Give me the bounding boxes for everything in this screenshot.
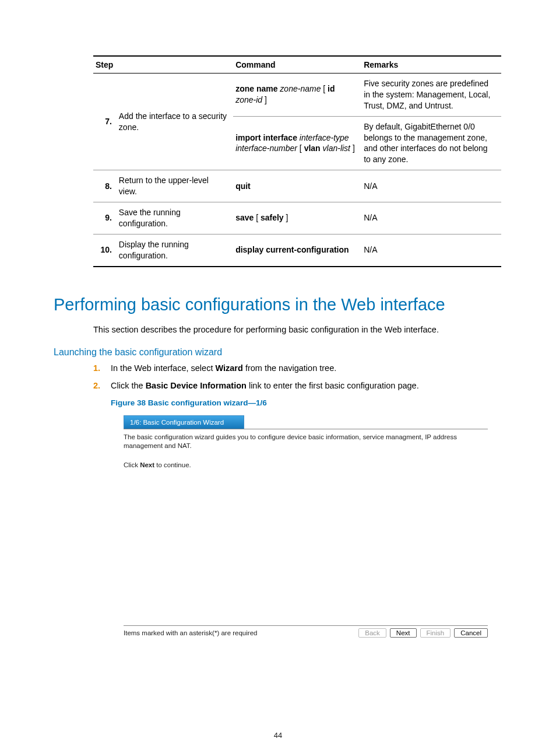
cmd-keyword: save: [235, 213, 254, 222]
step-number: 8.: [93, 170, 117, 202]
remarks-cell: N/A: [361, 170, 501, 202]
required-note: Items marked with an asterisk(*) are req…: [124, 629, 358, 636]
cmd-text: ]: [284, 213, 288, 222]
table-row: 8. Return to the upper-level view. quit …: [93, 170, 501, 202]
remarks-cell: Five security zones are predefined in th…: [361, 74, 501, 117]
cmd-arg: vlan-list: [321, 144, 353, 153]
cmd-arg: zone-name: [277, 84, 323, 93]
step-desc: Display the running configuration.: [117, 234, 233, 266]
cmd-keyword: id: [328, 84, 335, 93]
wizard-buttons: Back Next Finish Cancel: [358, 628, 488, 638]
figure-caption: Figure 38 Basic configuration wizard—1/6: [111, 398, 502, 407]
ordered-list: 1. In the Web interface, select Wizard f…: [93, 363, 502, 390]
command-cell: import interface interface-type interfac…: [233, 116, 361, 170]
table-row: 10. Display the running configuration. d…: [93, 234, 501, 266]
table-row: 9. Save the running configuration. save …: [93, 202, 501, 235]
finish-button: Finish: [420, 628, 451, 638]
list-text: Click the Basic Device Information link …: [111, 381, 419, 390]
remarks-cell: N/A: [361, 234, 501, 266]
step-desc: Return to the upper-level view.: [117, 170, 233, 202]
cmd-arg: zone-id: [235, 95, 265, 104]
wizard-tab[interactable]: 1/6: Basic Configuration Wizard: [124, 415, 244, 429]
wizard-footer: Items marked with an asterisk(*) are req…: [124, 625, 488, 638]
text: Click: [124, 461, 140, 468]
command-cell: display current-configuration: [233, 234, 361, 266]
next-button[interactable]: Next: [390, 628, 417, 638]
page-number: 44: [54, 731, 502, 740]
command-cell: zone name zone-name [ id zone-id ]: [233, 74, 361, 117]
text: to continue.: [154, 461, 191, 468]
step-desc: Save the running configuration.: [117, 202, 233, 235]
text: In the Web interface, select: [111, 363, 215, 373]
intro-text: This section describes the procedure for…: [93, 325, 502, 334]
text-bold: Basic Device Information: [146, 381, 247, 390]
subsection-heading: Launching the basic configuration wizard: [54, 347, 502, 358]
cmd-text: ]: [353, 144, 355, 153]
text: from the navigation tree.: [243, 363, 336, 373]
cmd-keyword: zone name: [235, 84, 277, 93]
document-page: Step Command Remarks 7. Add the interfac…: [0, 0, 556, 756]
list-item: 2. Click the Basic Device Information li…: [93, 381, 502, 390]
wizard-continue-text: Click Next to continue.: [124, 461, 488, 468]
step-number: 10.: [93, 234, 117, 266]
list-number: 1.: [93, 363, 111, 373]
back-button: Back: [358, 628, 386, 638]
th-remarks: Remarks: [361, 56, 501, 74]
command-cell: save [ safely ]: [233, 202, 361, 235]
step-number: 9.: [93, 202, 117, 235]
list-text: In the Web interface, select Wizard from…: [111, 363, 336, 373]
cmd-text: ]: [265, 95, 267, 104]
section-heading: Performing basic configurations in the W…: [54, 295, 502, 314]
cmd-text: [: [300, 144, 304, 153]
th-step: Step: [93, 56, 233, 74]
cancel-button[interactable]: Cancel: [454, 628, 488, 638]
wizard-screenshot: 1/6: Basic Configuration Wizard The basi…: [124, 415, 488, 638]
step-desc: Add the interface to a security zone.: [117, 74, 233, 170]
cmd-keyword: safely: [261, 213, 284, 222]
text-bold: Wizard: [215, 363, 242, 373]
text-bold: Next: [140, 461, 154, 468]
cmd-keyword: vlan: [304, 144, 321, 153]
text: Click the: [111, 381, 146, 390]
step-number: 7.: [93, 74, 117, 170]
command-cell: quit: [233, 170, 361, 202]
cmd-text: [: [323, 84, 328, 93]
wizard-body: The basic configuration wizard guides yo…: [124, 429, 488, 625]
list-number: 2.: [93, 381, 111, 390]
cmd-text: [: [254, 213, 261, 222]
remarks-cell: By default, GigabitEthernet 0/0 belongs …: [361, 116, 501, 170]
cmd-keyword: import interface: [235, 133, 297, 142]
th-command: Command: [233, 56, 361, 74]
table-row: 7. Add the interface to a security zone.…: [93, 74, 501, 117]
text: link to enter the first basic configurat…: [247, 381, 419, 390]
command-table: Step Command Remarks 7. Add the interfac…: [93, 55, 501, 267]
list-item: 1. In the Web interface, select Wizard f…: [93, 363, 502, 373]
remarks-cell: N/A: [361, 202, 501, 235]
wizard-description: The basic configuration wizard guides yo…: [124, 433, 488, 451]
